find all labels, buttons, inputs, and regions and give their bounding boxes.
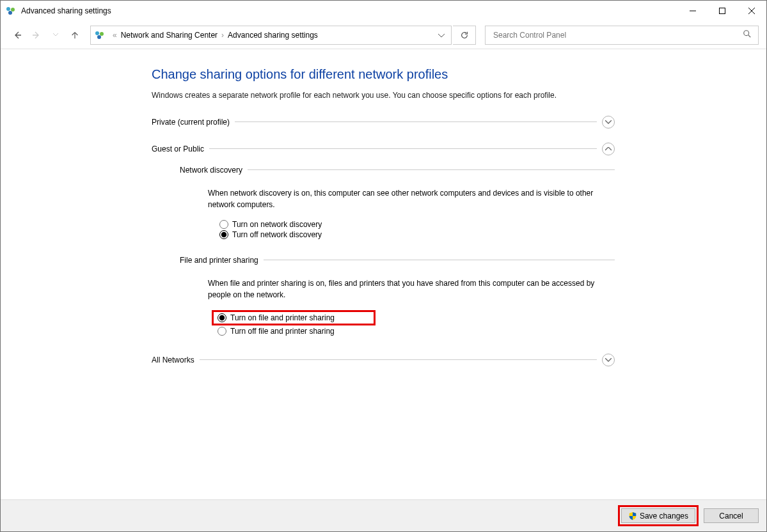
content-area: Change sharing options for different net…: [1, 51, 766, 499]
divider: [235, 121, 597, 122]
highlight-save: Save changes: [618, 505, 699, 526]
section-guest-label: Guest or Public: [152, 145, 204, 153]
divider: [248, 169, 615, 170]
search-input[interactable]: [492, 30, 743, 40]
chevron-right-icon: ›: [221, 31, 224, 40]
breadcrumb-dropdown[interactable]: [434, 31, 448, 40]
back-button[interactable]: [8, 26, 26, 44]
expand-private-button[interactable]: [602, 116, 615, 129]
breadcrumb-item-2[interactable]: Advanced sharing settings: [228, 31, 318, 40]
network-discovery-header: Network discovery: [180, 166, 615, 175]
radio-fp-on-label[interactable]: Turn on file and printer sharing: [230, 313, 335, 322]
section-private[interactable]: Private (current profile): [152, 116, 615, 129]
save-changes-button[interactable]: Save changes: [621, 508, 695, 523]
chevron-down-icon: [605, 120, 612, 124]
section-all-networks[interactable]: All Networks: [152, 354, 615, 366]
cancel-label: Cancel: [719, 512, 743, 520]
radio-nd-on[interactable]: Turn on network discovery: [219, 220, 615, 229]
page-heading: Change sharing options for different net…: [152, 67, 615, 82]
svg-point-10: [744, 31, 749, 36]
chevron-down-icon: [605, 358, 612, 362]
window-title: Advanced sharing settings: [21, 6, 111, 15]
svg-point-7: [95, 31, 99, 35]
radio-nd-off-input[interactable]: [219, 230, 228, 239]
network-discovery-desc: When network discovery is on, this compu…: [208, 187, 615, 211]
svg-point-8: [100, 32, 104, 36]
file-printer-header: File and printer sharing: [180, 256, 615, 265]
svg-point-1: [11, 8, 15, 12]
highlight-fp-on: Turn on file and printer sharing: [212, 310, 376, 325]
divider: [264, 260, 615, 260]
save-label: Save changes: [640, 512, 688, 520]
svg-point-9: [97, 35, 101, 39]
breadcrumb[interactable]: « Network and Sharing Center › Advanced …: [90, 26, 452, 45]
forward-button[interactable]: [28, 26, 45, 44]
page-intro: Windows creates a separate network profi…: [152, 90, 615, 102]
radio-nd-on-input[interactable]: [219, 220, 228, 229]
divider: [200, 359, 597, 360]
divider: [209, 148, 597, 149]
up-button[interactable]: [66, 26, 84, 44]
radio-nd-off[interactable]: Turn off network discovery: [219, 230, 615, 239]
refresh-button[interactable]: [453, 26, 476, 45]
search-icon: [743, 29, 752, 40]
file-printer-title: File and printer sharing: [180, 256, 258, 265]
cancel-button[interactable]: Cancel: [704, 508, 759, 523]
svg-point-2: [8, 11, 12, 15]
title-bar: Advanced sharing settings: [1, 1, 766, 21]
footer: Save changes Cancel: [1, 499, 766, 531]
radio-fp-off-input[interactable]: [217, 327, 226, 336]
svg-rect-4: [720, 8, 725, 14]
radio-fp-on-input[interactable]: [217, 313, 226, 322]
app-icon: [6, 6, 16, 16]
section-guest-public[interactable]: Guest or Public: [152, 143, 615, 155]
maximize-button[interactable]: [708, 1, 737, 21]
svg-point-0: [6, 7, 10, 11]
section-all-label: All Networks: [152, 356, 194, 364]
breadcrumb-overflow[interactable]: «: [113, 31, 117, 40]
svg-line-11: [748, 35, 751, 38]
radio-fp-off[interactable]: Turn off file and printer sharing: [217, 327, 615, 336]
file-printer-desc: When file and printer sharing is on, fil…: [208, 278, 615, 301]
radio-fp-off-label[interactable]: Turn off file and printer sharing: [230, 327, 335, 336]
radio-nd-off-label[interactable]: Turn off network discovery: [232, 230, 322, 239]
recent-dropdown-icon[interactable]: [47, 26, 65, 44]
control-panel-icon: [95, 30, 105, 40]
close-button[interactable]: [737, 1, 766, 21]
uac-shield-icon: [628, 512, 637, 520]
navigation-bar: « Network and Sharing Center › Advanced …: [1, 21, 766, 49]
section-private-label: Private (current profile): [152, 118, 230, 127]
chevron-up-icon: [605, 147, 612, 151]
search-box[interactable]: [485, 26, 759, 45]
radio-nd-on-label[interactable]: Turn on network discovery: [232, 220, 322, 229]
expand-all-button[interactable]: [602, 354, 615, 366]
breadcrumb-item-1[interactable]: Network and Sharing Center: [121, 31, 217, 40]
minimize-button[interactable]: [678, 1, 708, 21]
collapse-guest-button[interactable]: [602, 143, 615, 155]
network-discovery-title: Network discovery: [180, 166, 242, 175]
